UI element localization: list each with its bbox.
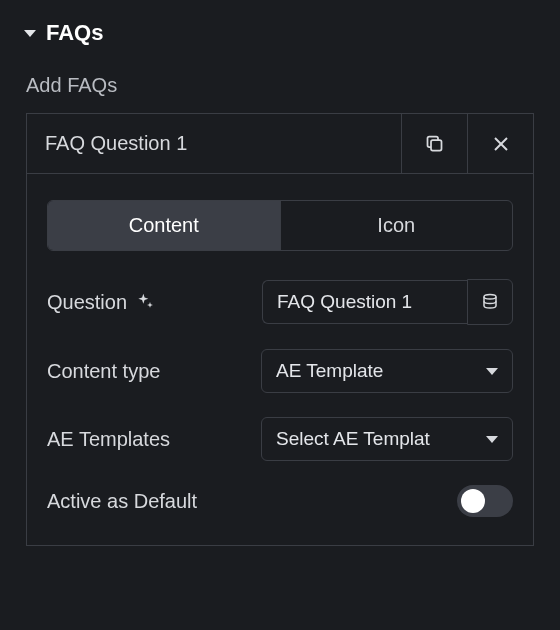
faq-item: FAQ Question 1 Content Icon Question bbox=[26, 113, 534, 546]
toggle-knob bbox=[461, 489, 485, 513]
question-label: Question bbox=[47, 291, 155, 314]
tab-icon[interactable]: Icon bbox=[280, 201, 513, 250]
question-label-text: Question bbox=[47, 291, 127, 314]
close-icon bbox=[492, 135, 510, 153]
chevron-down-icon bbox=[486, 368, 498, 375]
ae-templates-value: Select AE Templat bbox=[276, 428, 430, 450]
faq-item-header: FAQ Question 1 bbox=[27, 114, 533, 174]
content-type-select[interactable]: AE Template bbox=[261, 349, 513, 393]
delete-button[interactable] bbox=[467, 114, 533, 173]
chevron-down-icon bbox=[486, 436, 498, 443]
dynamic-tags-button[interactable] bbox=[467, 279, 513, 325]
question-input[interactable] bbox=[262, 280, 467, 324]
duplicate-button[interactable] bbox=[401, 114, 467, 173]
faq-item-title[interactable]: FAQ Question 1 bbox=[27, 114, 401, 173]
field-content-type: Content type AE Template bbox=[47, 349, 513, 393]
svg-point-3 bbox=[484, 295, 496, 300]
ae-templates-label: AE Templates bbox=[47, 428, 170, 451]
field-active-default: Active as Default bbox=[47, 485, 513, 517]
field-question: Question bbox=[47, 279, 513, 325]
section-header[interactable]: FAQs bbox=[24, 20, 536, 46]
question-control bbox=[262, 279, 513, 325]
copy-icon bbox=[424, 133, 445, 154]
tab-row: Content Icon bbox=[47, 200, 513, 251]
section-title: FAQs bbox=[46, 20, 103, 46]
tab-content[interactable]: Content bbox=[48, 201, 280, 250]
database-icon bbox=[481, 293, 499, 311]
ae-templates-select[interactable]: Select AE Templat bbox=[261, 417, 513, 461]
field-ae-templates: AE Templates Select AE Templat bbox=[47, 417, 513, 461]
svg-rect-0 bbox=[431, 140, 442, 151]
active-default-label: Active as Default bbox=[47, 490, 197, 513]
add-faqs-label: Add FAQs bbox=[26, 74, 536, 97]
content-type-label: Content type bbox=[47, 360, 160, 383]
ai-sparkle-icon[interactable] bbox=[135, 292, 155, 312]
content-type-value: AE Template bbox=[276, 360, 383, 382]
caret-down-icon bbox=[24, 30, 36, 37]
active-default-toggle[interactable] bbox=[457, 485, 513, 517]
faq-item-body: Content Icon Question bbox=[27, 174, 533, 545]
